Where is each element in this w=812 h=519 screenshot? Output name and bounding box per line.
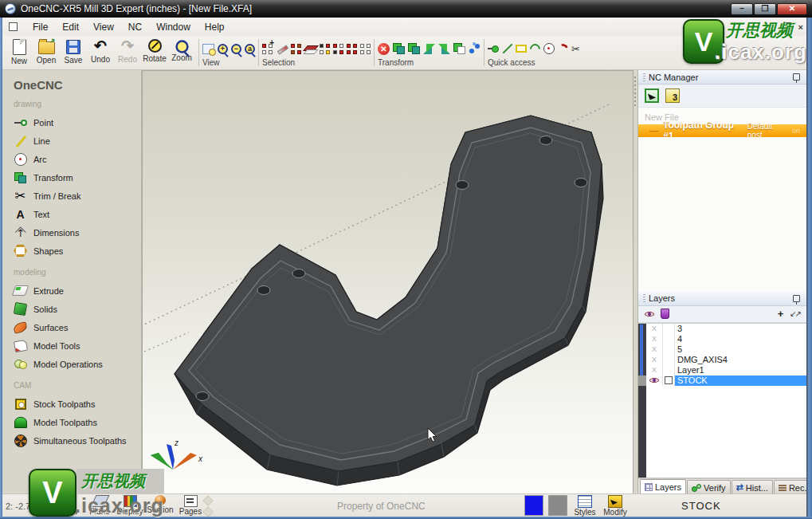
layer-name[interactable]: Layer1 xyxy=(675,365,806,375)
new-button[interactable]: New xyxy=(6,36,33,69)
sidebar-item-transform[interactable]: Transform xyxy=(14,168,141,187)
post-processor-icon[interactable] xyxy=(645,88,659,103)
modify-button[interactable]: Modify xyxy=(602,495,628,517)
quick-fillet-icon[interactable] xyxy=(556,41,570,55)
transform-move-icon[interactable] xyxy=(393,43,405,54)
machine-axis-icon[interactable]: 3 xyxy=(665,88,680,103)
transform-copy-icon[interactable] xyxy=(408,43,420,54)
sidebar-item-surfaces[interactable]: Surfaces xyxy=(14,318,141,336)
layer-hidden-marker[interactable]: X xyxy=(646,324,663,334)
pin-icon[interactable] xyxy=(793,295,800,302)
select-chain-icon[interactable] xyxy=(333,44,343,54)
rotate-button[interactable]: Rotate xyxy=(141,36,168,69)
select-none-icon[interactable] xyxy=(360,44,371,54)
tab-verify[interactable]: Verify xyxy=(687,480,731,494)
transform-array-icon[interactable] xyxy=(469,43,481,54)
sidebar-item-stock-toolpaths[interactable]: Stock Toolpaths xyxy=(14,395,141,413)
sidebar-item-solids[interactable]: Solids xyxy=(14,300,141,318)
quick-arc-icon[interactable] xyxy=(528,41,542,56)
secondary-color-swatch[interactable] xyxy=(548,495,567,516)
panel-splitter[interactable] xyxy=(634,70,637,494)
pages-button[interactable]: Pages xyxy=(178,495,203,516)
select-color-icon[interactable] xyxy=(320,44,330,54)
select-layer-icon[interactable] xyxy=(304,44,316,54)
zoom-in-icon[interactable]: + xyxy=(218,44,228,54)
layer-color-cell[interactable] xyxy=(663,324,675,334)
menu-edit[interactable]: Edit xyxy=(55,19,86,35)
sidebar-item-extrude[interactable]: Extrude xyxy=(14,281,141,300)
layer-name[interactable]: 4 xyxy=(675,334,806,344)
layer-row[interactable]: X 5 xyxy=(646,344,806,355)
pin-icon[interactable] xyxy=(793,73,800,81)
title-bar[interactable]: OneCNC-XR5 Mill 3D Expert (inches) - [Ne… xyxy=(0,0,812,18)
zoom-button[interactable]: Zoom xyxy=(168,36,195,69)
layer-checkbox[interactable] xyxy=(663,375,675,386)
primary-color-swatch[interactable] xyxy=(524,495,543,516)
tab-layers[interactable]: Layers xyxy=(640,479,686,494)
open-button[interactable]: Open xyxy=(33,36,60,69)
transform-cancel-icon[interactable]: ✕ xyxy=(378,43,390,55)
styles-button[interactable]: Styles xyxy=(572,495,598,517)
menu-file[interactable]: File xyxy=(25,19,55,35)
quick-line-icon[interactable] xyxy=(502,44,512,54)
sidebar-item-text[interactable]: A Text xyxy=(14,205,141,223)
layer-name[interactable]: STOCK xyxy=(675,375,806,386)
layer-hidden-marker[interactable]: X xyxy=(646,334,663,344)
layer-row[interactable]: X 3 xyxy=(646,324,806,334)
quick-circle-icon[interactable] xyxy=(543,43,555,54)
zoom-out-icon[interactable]: − xyxy=(231,44,241,54)
tab-history[interactable]: ⇄ Hist... xyxy=(732,480,773,494)
layer-row[interactable]: X DMG_AXIS4 xyxy=(646,355,806,365)
menu-nc[interactable]: NC xyxy=(121,19,149,35)
layer-color-cell[interactable] xyxy=(663,344,675,355)
zoom-window-icon[interactable] xyxy=(202,44,214,54)
layer-color-cell[interactable] xyxy=(663,334,675,344)
sidebar-item-point[interactable]: Point xyxy=(14,113,141,132)
layer-name[interactable]: DMG_AXIS4 xyxy=(675,355,806,365)
redo-button[interactable]: ↷ Redo xyxy=(114,36,141,69)
layer-visible-eye-icon[interactable] xyxy=(646,375,663,386)
layer-row-selected[interactable]: STOCK xyxy=(646,375,806,386)
layer-row[interactable]: X Layer1 xyxy=(646,365,806,375)
layers-header[interactable]: Layers xyxy=(638,292,806,306)
mdi-document-icon[interactable] xyxy=(9,22,18,31)
quick-point-icon[interactable] xyxy=(488,45,499,52)
menu-help[interactable]: Help xyxy=(198,19,232,35)
sidebar-item-dimensions[interactable]: ⇱ Dimensions xyxy=(14,223,141,242)
toolpath-group-row[interactable]: — Toolpath Group #1 Default post on xyxy=(638,124,806,137)
viewport-3d[interactable]: z x xyxy=(142,70,634,494)
save-button[interactable]: Save xyxy=(60,36,87,69)
layers-gutter-scrollbar[interactable] xyxy=(638,324,646,478)
quick-trim-icon[interactable]: ✂ xyxy=(571,43,580,55)
mirror-vertical-icon[interactable] xyxy=(438,44,450,54)
expand-panel-icon[interactable]: ↙↗ xyxy=(790,309,800,318)
visibility-eye-icon[interactable] xyxy=(645,311,654,317)
select-pen-icon[interactable] xyxy=(276,43,288,55)
quick-rectangle-icon[interactable] xyxy=(516,45,527,53)
page-down-icon[interactable] xyxy=(202,506,214,517)
layer-tag-icon[interactable] xyxy=(661,309,669,319)
zoom-all-icon[interactable]: a xyxy=(245,44,255,54)
transform-scale-icon[interactable] xyxy=(453,43,465,54)
sidebar-item-line[interactable]: Line xyxy=(14,132,141,150)
select-all-icon[interactable] xyxy=(347,44,357,54)
sidebar-item-shapes[interactable]: Shapes xyxy=(14,242,141,260)
select-add-icon[interactable] xyxy=(262,44,273,54)
minimize-button[interactable]: – xyxy=(731,3,753,15)
sidebar-item-model-toolpaths[interactable]: Model Toolpaths xyxy=(14,413,141,431)
undo-button[interactable]: ↶ Undo xyxy=(87,36,114,69)
page-up-icon[interactable] xyxy=(202,495,214,506)
layer-color-cell[interactable] xyxy=(663,365,675,375)
layer-name[interactable]: 5 xyxy=(675,344,806,355)
mirror-horizontal-icon[interactable] xyxy=(423,44,435,54)
menu-view[interactable]: View xyxy=(86,19,121,35)
sidebar-item-arc[interactable]: Arc xyxy=(14,150,141,168)
close-button[interactable]: ✕ xyxy=(777,3,807,15)
layer-row[interactable]: X 4 xyxy=(646,334,806,344)
layer-hidden-marker[interactable]: X xyxy=(646,355,663,365)
maximize-button[interactable]: ❐ xyxy=(754,3,776,15)
nc-manager-header[interactable]: NC Manager xyxy=(638,70,806,85)
sidebar-item-model-tools[interactable]: Model Tools xyxy=(14,336,141,355)
layer-name[interactable]: 3 xyxy=(675,324,806,334)
menu-window[interactable]: Window xyxy=(149,19,198,35)
